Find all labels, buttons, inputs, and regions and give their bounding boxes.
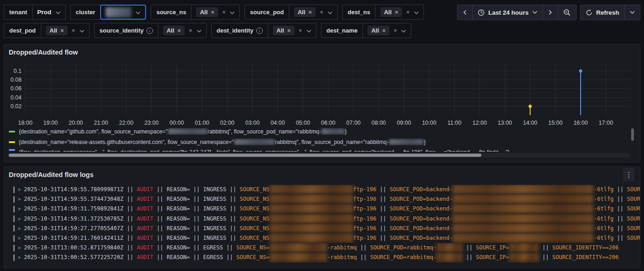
chevron-down-icon [630,11,635,14]
chevron-down-icon[interactable] [230,8,235,17]
log-segment: || [190,205,203,212]
legend-item[interactable]: {flow_destination_namespace="…", flow_de… [9,149,628,152]
filter-chip[interactable]: All× [367,26,389,35]
filter-chip-label: All [371,27,379,34]
log-segment: SOURCE_NS= [236,244,269,251]
panel-menu-button[interactable]: ⋮ [623,168,634,181]
svg-text:23:00: 23:00 [144,120,158,126]
legend-horizontal-scrollbar[interactable] [8,153,630,157]
filter-value-dropdown[interactable]: All×× [289,5,337,19]
top-bar: tenantProdclustersource_nsAll××source_po… [0,0,644,41]
log-row[interactable]: >2025-10-31T14:59:31.759892841Z || AUDIT… [13,204,640,214]
filter-label: dest_name [322,23,363,38]
expand-row-icon[interactable]: > [18,216,21,221]
chevron-down-icon[interactable] [414,8,419,17]
scrollbar-thumb[interactable] [9,154,481,157]
time-shift-back-button[interactable] [458,5,472,20]
log-segment: || [124,205,137,212]
chevron-down-icon[interactable] [328,8,333,17]
clear-filter-icon[interactable]: × [72,28,75,33]
expand-row-icon[interactable]: > [18,245,21,250]
log-segment: -rabbitmq [327,254,357,260]
log-row[interactable]: >2025-10-31T14:59:55.374473048Z || AUDIT… [13,194,640,204]
zoom-out-button[interactable] [558,5,576,20]
chevron-down-icon[interactable] [79,27,85,35]
filter-chip[interactable]: All× [163,26,185,35]
chevron-down-icon[interactable] [197,27,202,35]
clear-filter-icon[interactable]: × [320,9,323,15]
close-icon[interactable]: × [382,28,386,33]
expand-row-icon[interactable]: > [18,187,21,192]
clear-filter-icon[interactable]: × [299,28,302,33]
log-segment: AUDIT [137,235,153,241]
close-icon[interactable]: × [177,28,181,33]
timeseries-chart[interactable]: 0.020.040.060.080.118:0019:0020:0021:002… [4,54,640,127]
time-range-button[interactable]: Last 24 hours [472,5,542,20]
close-icon[interactable]: × [211,9,215,15]
filter-chip[interactable]: All× [294,7,316,17]
log-segment: -6tlfg [593,216,613,222]
filter-chip[interactable]: All× [273,26,294,35]
log-row[interactable]: >2025-10-31T14:59:21.760142411Z || AUDIT… [13,233,640,243]
chevron-down-icon[interactable] [306,27,311,35]
legend-item[interactable]: {destination_name="release-assets.github… [9,138,628,145]
refresh-interval-button[interactable] [624,5,640,20]
time-shift-forward-button[interactable] [542,5,558,20]
log-row[interactable]: >2025-10-31T13:00:52.871759840Z || AUDIT… [13,243,640,253]
legend-item[interactable]: {destination_name="github.com", flow_sou… [9,128,628,135]
redacted-value [452,185,593,194]
series-color-swatch [9,149,15,151]
filter-dest_identity: dest_identityiAll×× [211,23,316,38]
filter-label: source_pod [245,5,289,19]
log-row[interactable]: >2025-10-31T13:00:52.577225720Z || AUDIT… [13,253,640,262]
filter-label: source_identityi [95,23,158,38]
clear-filter-icon[interactable]: × [189,28,192,33]
log-segment: SOURCE_NS [240,225,270,232]
log-row[interactable]: >2025-10-31T14:59:31.372530785Z || AUDIT… [13,214,640,224]
chevron-down-icon[interactable] [56,8,61,17]
legend-vertical-scrollbar[interactable] [631,128,634,141]
log-row[interactable]: >2025-10-31T14:59:55.780999871Z || AUDIT… [13,185,640,194]
filter-value-dropdown[interactable]: All×× [41,23,89,38]
expand-row-icon[interactable]: > [18,236,21,241]
filter-value-dropdown[interactable]: Prod [33,5,65,19]
refresh-button[interactable]: Refresh [581,5,624,20]
svg-text:20:00: 20:00 [68,120,83,126]
redacted-value [509,243,539,252]
info-icon: i [147,28,153,34]
logs-panel: Dropped/Audited flow logs ⋮ >2025-10-31T… [4,166,640,268]
log-segment: REASON= [167,186,190,193]
log-segment: || [124,244,137,251]
filter-chip[interactable]: All× [196,7,218,17]
clear-filter-icon[interactable]: × [406,9,410,15]
filter-value-dropdown[interactable]: All×× [192,5,239,19]
expand-row-icon[interactable]: > [18,206,21,211]
filter-value-dropdown[interactable] [101,6,145,19]
filter-chip[interactable]: All× [380,7,402,17]
logs-panel-title: Dropped/Audited flow logs [9,171,93,178]
log-segment: SOURCE_IP= [627,205,640,212]
clear-filter-icon[interactable]: × [394,28,397,33]
expand-row-icon[interactable]: > [18,197,21,202]
chevron-down-icon[interactable] [136,8,141,17]
log-row[interactable]: >2025-10-31T14:59:27.277055407Z || AUDIT… [13,224,640,233]
filter-value-dropdown[interactable]: All×× [268,23,316,38]
log-segment: SOURCE_IP= [476,244,509,251]
log-segment: || [226,205,240,212]
expand-row-icon[interactable]: > [18,255,21,260]
filter-chip[interactable]: All× [46,26,68,35]
clear-filter-icon[interactable]: × [222,9,226,15]
close-icon[interactable]: × [287,28,291,33]
log-segment: || [153,205,167,212]
filter-value-dropdown[interactable]: All×× [158,23,206,38]
log-segment: INGRESS [203,225,226,232]
chevron-down-icon[interactable] [401,27,406,35]
close-icon[interactable]: × [60,28,64,33]
log-segment: AUDIT [137,196,153,202]
filter-value-dropdown[interactable]: All×× [363,23,411,38]
close-icon[interactable]: × [309,9,312,15]
log-segment: || [124,235,137,241]
expand-row-icon[interactable]: > [18,226,21,231]
close-icon[interactable]: × [395,9,399,15]
filter-value-dropdown[interactable]: All×× [376,5,424,19]
